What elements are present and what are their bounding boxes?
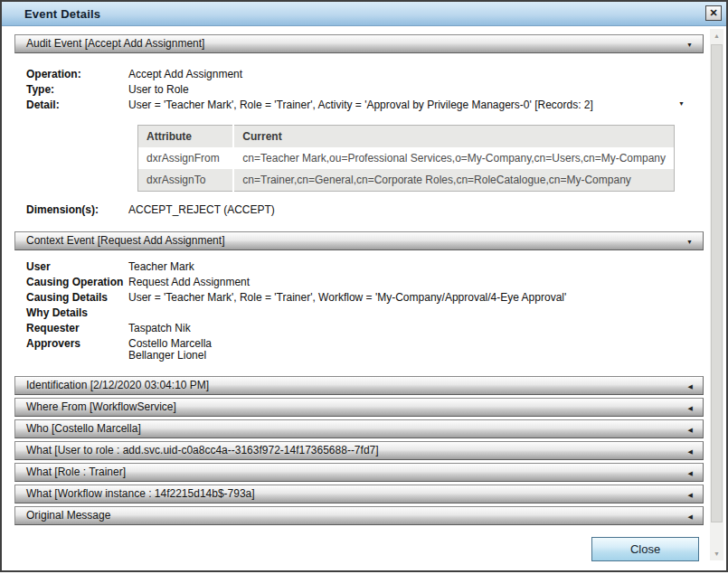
field-value: Request Add Assignment <box>128 276 250 288</box>
chevron-left-icon: ◀ <box>688 377 693 396</box>
section-header-label: What [User to role : add.svc.uid-c0a8cc4… <box>26 444 379 456</box>
section-header-label: Audit Event [Accept Add Assignment] <box>26 37 204 50</box>
field-value: Teacher Mark <box>128 260 194 273</box>
field-value: User to Role <box>128 83 189 96</box>
field-value: Taspatch Nik <box>128 322 191 334</box>
field-row-causing-operation: Causing Operation Request Add Assignment <box>26 276 686 291</box>
chevron-left-icon: ◀ <box>688 464 693 483</box>
field-row-requester: Requester Taspatch Nik <box>26 322 686 337</box>
section-header-label: Identification [2/12/2020 03:04:10 PM] <box>26 379 209 391</box>
field-label: Approvers <box>26 337 80 350</box>
scroll-down-icon[interactable]: ▼ <box>710 547 723 560</box>
table-row: dxrAssignTo cn=Trainer,cn=General,cn=Cor… <box>138 169 675 192</box>
cell-attribute: dxrAssignFrom <box>138 147 234 169</box>
field-value: User = 'Teacher Mark', Role = 'Trainer',… <box>128 291 566 304</box>
cell-attribute: dxrAssignTo <box>138 169 234 192</box>
field-label: User <box>26 260 51 273</box>
section-header-what-workflow-instance[interactable]: What [Workflow instance : 14f2215d14b$-7… <box>14 485 704 503</box>
column-header-attribute: Attribute <box>138 126 234 148</box>
event-details-dialog: Event Details ✕ Audit Event [Accept Add … <box>0 0 728 572</box>
chevron-left-icon: ◀ <box>688 442 693 461</box>
field-label: Why Details <box>26 306 88 319</box>
field-label: Causing Operation <box>26 276 123 288</box>
section-header-context-event[interactable]: Context Event [Request Add Assignment] ▼ <box>14 231 704 250</box>
field-value: User = 'Teacher Mark', Role = 'Trainer',… <box>128 99 593 111</box>
section-header-what-user-to-role[interactable]: What [User to role : add.svc.uid-c0a8cc4… <box>14 441 704 460</box>
field-label: Detail: <box>26 99 60 111</box>
chevron-left-icon: ◀ <box>688 485 693 504</box>
chevron-left-icon: ◀ <box>688 399 693 418</box>
section-header-label: What [Workflow instance : 14f2215d14b$-7… <box>26 487 255 500</box>
section-header-original-message[interactable]: Original Message ◀ <box>14 506 704 525</box>
section-header-where-from[interactable]: Where From [WorkflowService] ◀ <box>14 398 704 417</box>
field-value: Accept Add Assignment <box>128 68 242 80</box>
field-row-type: Type: User to Role <box>26 83 686 99</box>
cell-current: cn=Teacher Mark,ou=Professional Services… <box>233 147 674 169</box>
vertical-scrollbar[interactable]: ▲ ▼ <box>710 29 723 560</box>
chevron-left-icon: ◀ <box>688 420 693 439</box>
section-header-identification[interactable]: Identification [2/12/2020 03:04:10 PM] ◀ <box>14 376 704 395</box>
table-row: dxrAssignFrom cn=Teacher Mark,ou=Profess… <box>138 147 675 169</box>
field-value: ACCEPT_REJECT (ACCEPT) <box>128 203 275 216</box>
chevron-down-icon: ▼ <box>686 35 693 54</box>
dialog-titlebar: Event Details ✕ <box>2 2 726 26</box>
cell-current: cn=Trainer,cn=General,cn=Corporate Roles… <box>233 169 674 192</box>
scroll-up-icon[interactable]: ▲ <box>710 29 723 42</box>
section-header-label: Original Message <box>26 509 110 522</box>
section-header-label: Where From [WorkflowService] <box>26 400 176 413</box>
dialog-close-button[interactable]: ✕ <box>705 5 722 21</box>
close-icon: ✕ <box>709 8 717 18</box>
field-row-user: User Teacher Mark <box>26 260 686 276</box>
field-label: Causing Details <box>26 291 108 304</box>
section-header-label: What [Role : Trainer] <box>26 466 126 478</box>
field-row-approver-second: Bellanger Lionel <box>26 349 686 364</box>
detail-expand-chevron-down-icon[interactable]: ▼ <box>678 100 685 107</box>
field-label: Requester <box>26 322 80 334</box>
field-row-dimensions: Dimension(s): ACCEPT_REJECT (ACCEPT) <box>26 203 686 219</box>
close-button-label: Close <box>630 542 660 556</box>
field-row-causing-details: Causing Details User = 'Teacher Mark', R… <box>26 291 686 306</box>
section-header-audit-event[interactable]: Audit Event [Accept Add Assignment] ▼ <box>14 34 704 53</box>
field-label: Operation: <box>26 68 81 80</box>
field-row-why-details: Why Details <box>26 306 686 322</box>
field-value: Costello Marcella <box>128 337 212 350</box>
dialog-title: Event Details <box>24 7 100 21</box>
section-header-label: Context Event [Request Add Assignment] <box>26 234 224 247</box>
table-header-row: Attribute Current <box>138 126 675 148</box>
field-row-operation: Operation: Accept Add Assignment <box>26 68 686 83</box>
section-header-what-role[interactable]: What [Role : Trainer] ◀ <box>14 463 704 482</box>
attribute-table: Attribute Current dxrAssignFrom cn=Teach… <box>137 125 675 192</box>
field-value: Bellanger Lionel <box>128 349 206 362</box>
chevron-down-icon: ▼ <box>686 232 693 251</box>
close-button[interactable]: Close <box>591 537 699 561</box>
field-row-detail: Detail: User = 'Teacher Mark', Role = 'T… <box>26 99 686 114</box>
chevron-left-icon: ◀ <box>688 507 693 526</box>
section-header-who[interactable]: Who [Costello Marcella] ◀ <box>14 419 704 438</box>
section-header-label: Who [Costello Marcella] <box>26 422 141 435</box>
field-label: Dimension(s): <box>26 203 99 216</box>
column-header-current: Current <box>233 126 674 148</box>
scrollbar-thumb[interactable] <box>711 44 723 522</box>
field-label: Type: <box>26 83 54 96</box>
